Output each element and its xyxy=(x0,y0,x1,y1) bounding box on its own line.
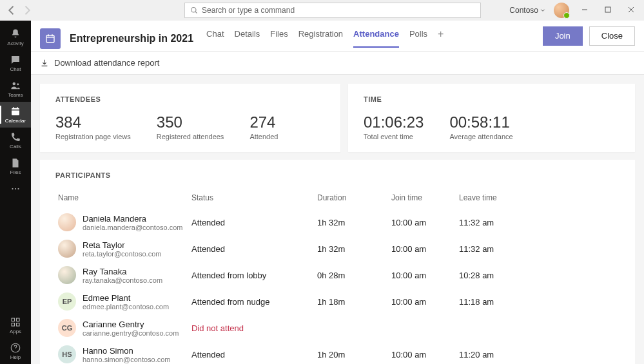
rail-calendar[interactable]: Calendar xyxy=(0,102,31,128)
join-button[interactable]: Join xyxy=(543,26,583,46)
titlebar-right: Contoso xyxy=(509,3,639,18)
rail-calls[interactable]: Calls xyxy=(0,128,31,153)
col-leave-time[interactable]: Leave time xyxy=(456,189,620,209)
meeting-icon xyxy=(40,28,61,49)
avatar: EP xyxy=(58,292,76,311)
rail-files[interactable]: Files xyxy=(0,153,31,179)
window-close-icon[interactable] xyxy=(623,6,639,15)
participant-email: hanno.simon@contoso.com xyxy=(83,356,171,363)
help-icon xyxy=(10,342,21,354)
participant-name: Ray Tanaka xyxy=(83,267,162,276)
download-icon xyxy=(40,59,49,68)
tab-chat[interactable]: Chat xyxy=(206,29,224,48)
participant-leave: 11:18 am xyxy=(456,289,620,315)
table-row[interactable]: Ray Tanaka ray.tanaka@contoso.com Attend… xyxy=(55,262,620,289)
participant-email: daniela.mandera@contoso.com xyxy=(83,224,182,231)
stat-attended: 274 Attended xyxy=(249,113,278,140)
participant-duration xyxy=(315,315,389,341)
participants-table: Name Status Duration Join time Leave tim… xyxy=(55,189,620,364)
time-card: TIME 01:06:23 Total event time 00:58:11 … xyxy=(348,84,635,152)
window-maximize-icon[interactable] xyxy=(600,6,616,15)
participant-join: 10:00 am xyxy=(389,289,456,315)
tab-details[interactable]: Details xyxy=(235,29,260,48)
tab-registration[interactable]: Registration xyxy=(298,29,343,48)
bell-icon xyxy=(10,28,21,40)
title-bar: Search or type a command Contoso xyxy=(0,0,644,21)
participant-name: Carianne Gentry xyxy=(83,320,179,329)
participant-leave: 10:28 am xyxy=(456,262,620,289)
tab-attendance[interactable]: Attendance xyxy=(353,29,399,48)
participant-join: 10:00 am xyxy=(389,341,456,365)
svg-rect-9 xyxy=(17,318,20,321)
svg-rect-8 xyxy=(12,318,15,321)
main-pane: Entrepreneurship in 2021 Chat Details Fi… xyxy=(31,21,644,364)
svg-rect-13 xyxy=(46,35,54,42)
calendar-icon xyxy=(10,106,21,117)
svg-point-3 xyxy=(17,83,19,85)
phone-icon xyxy=(10,131,21,143)
avatar xyxy=(58,266,76,284)
close-button[interactable]: Close xyxy=(589,26,635,46)
svg-point-2 xyxy=(13,82,16,86)
table-row[interactable]: EP Edmee Plant edmee.plant@contoso.com A… xyxy=(55,289,620,315)
participant-name: Hanno Simon xyxy=(83,346,171,356)
stat-page-views: 384 Registration page views xyxy=(55,113,131,140)
avatar: CG xyxy=(58,319,76,337)
participant-duration: 0h 28m xyxy=(315,262,389,289)
col-name[interactable]: Name xyxy=(55,189,189,209)
participant-status: Attended xyxy=(189,236,315,262)
add-tab-button[interactable]: + xyxy=(438,29,444,48)
stat-total-time: 01:06:23 Total event time xyxy=(364,113,424,140)
search-icon xyxy=(190,6,198,14)
download-report-button[interactable]: Download attendance report xyxy=(31,52,644,75)
participant-duration: 1h 20m xyxy=(315,341,389,365)
participant-status: Did not attend xyxy=(189,315,315,341)
svg-rect-10 xyxy=(12,323,15,327)
nav-back-icon[interactable] xyxy=(5,4,18,17)
tab-files[interactable]: Files xyxy=(270,29,288,48)
participant-join: 10:00 am xyxy=(389,236,456,262)
org-switcher[interactable]: Contoso xyxy=(509,6,546,15)
search-input[interactable]: Search or type a command xyxy=(184,3,481,18)
rail-activity[interactable]: Activity xyxy=(0,24,31,50)
nav-forward-icon[interactable] xyxy=(21,4,34,17)
svg-point-6 xyxy=(15,188,16,189)
rail-more[interactable] xyxy=(0,179,31,198)
participant-name: Daniela Mandera xyxy=(83,214,182,224)
apps-icon xyxy=(10,316,21,328)
participant-join: 10:00 am xyxy=(389,209,456,236)
participant-name: Edmee Plant xyxy=(83,293,169,303)
table-row[interactable]: Reta Taylor reta.taylor@contoso.com Atte… xyxy=(55,236,620,262)
rail-chat[interactable]: Chat xyxy=(0,50,31,76)
table-row[interactable]: Daniela Mandera daniela.mandera@contoso.… xyxy=(55,209,620,236)
people-icon xyxy=(10,80,21,91)
avatar xyxy=(58,213,76,231)
user-avatar[interactable] xyxy=(554,3,569,18)
tab-strip: Chat Details Files Registration Attendan… xyxy=(206,29,444,48)
rail-help[interactable]: Help xyxy=(0,338,31,364)
col-duration[interactable]: Duration xyxy=(315,189,389,209)
participant-email: carianne.gentry@contoso.com xyxy=(83,329,179,337)
svg-point-7 xyxy=(17,188,19,189)
svg-point-0 xyxy=(191,8,197,13)
table-row[interactable]: HS Hanno Simon hanno.simon@contoso.com A… xyxy=(55,341,620,365)
meeting-title: Entrepreneurship in 2021 xyxy=(70,33,193,44)
participant-duration: 1h 32m xyxy=(315,236,389,262)
window-minimize-icon[interactable] xyxy=(577,6,592,15)
col-status[interactable]: Status xyxy=(189,189,315,209)
table-row[interactable]: CG Carianne Gentry carianne.gentry@conto… xyxy=(55,315,620,341)
participant-status: Attended from nudge xyxy=(189,289,315,315)
participant-name: Reta Taylor xyxy=(83,240,161,250)
rail-teams[interactable]: Teams xyxy=(0,76,31,102)
rail-apps[interactable]: Apps xyxy=(0,312,31,338)
meeting-header: Entrepreneurship in 2021 Chat Details Fi… xyxy=(31,21,644,52)
participant-leave xyxy=(456,315,620,341)
participant-email: edmee.plant@contoso.com xyxy=(83,303,169,311)
more-icon xyxy=(10,183,21,195)
svg-rect-4 xyxy=(12,108,19,115)
content-area: ATTENDEES 384 Registration page views 35… xyxy=(31,75,644,364)
col-join-time[interactable]: Join time xyxy=(389,189,456,209)
participant-leave: 11:32 am xyxy=(456,236,620,262)
tab-polls[interactable]: Polls xyxy=(409,29,427,48)
participant-status: Attended from lobby xyxy=(189,262,315,289)
